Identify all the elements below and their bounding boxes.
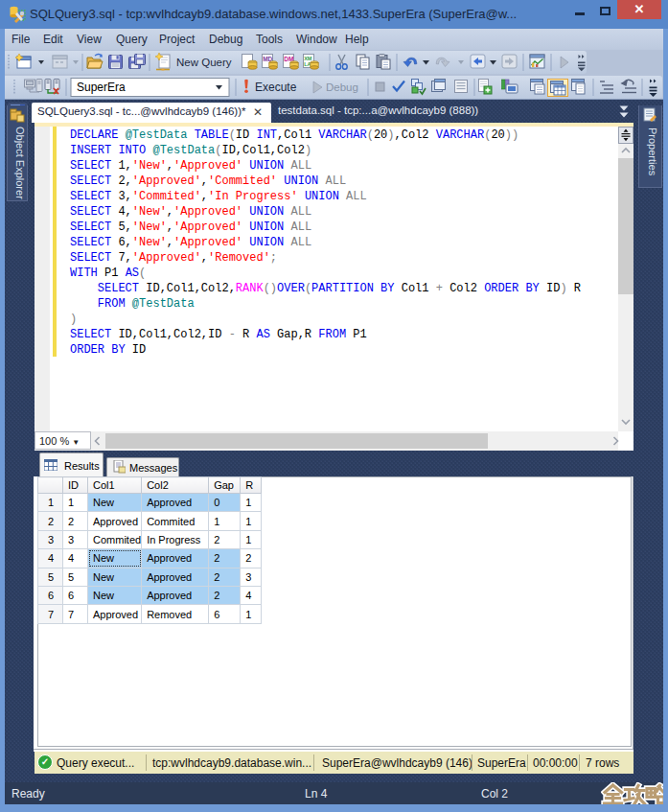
svg-text:SuperEra: SuperEra — [77, 81, 126, 94]
svg-text:Debug: Debug — [326, 81, 358, 93]
svg-text:Execute: Execute — [255, 81, 297, 94]
svg-text:New Query: New Query — [176, 57, 232, 68]
